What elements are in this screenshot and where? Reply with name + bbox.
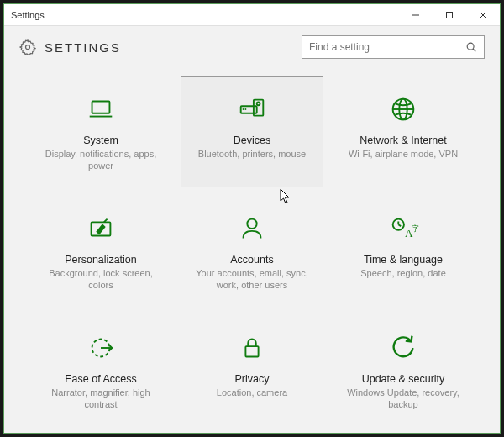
tile-subtitle: Background, lock screen, colors: [30, 267, 171, 292]
ease-of-access-icon: [84, 331, 118, 365]
tile-network[interactable]: Network & Internet Wi-Fi, airplane mode,…: [332, 76, 475, 187]
tile-subtitle: Wi-Fi, airplane mode, VPN: [339, 148, 468, 160]
refresh-icon: [386, 331, 420, 365]
content-area: System Display, notifications, apps, pow…: [4, 68, 500, 433]
globe-icon: [386, 92, 420, 126]
tile-personalization[interactable]: Personalization Background, lock screen,…: [29, 196, 172, 307]
svg-point-19: [247, 219, 256, 229]
close-button[interactable]: [466, 4, 500, 26]
svg-point-11: [257, 102, 260, 105]
header: SETTINGS: [4, 26, 500, 68]
svg-rect-1: [447, 12, 453, 18]
lock-icon: [235, 331, 269, 365]
devices-icon: [235, 92, 269, 126]
tile-title: Ease of Access: [65, 373, 136, 385]
tile-subtitle: Speech, region, date: [350, 267, 456, 279]
tile-devices[interactable]: Devices Bluetooth, printers, mouse: [181, 76, 323, 187]
tile-subtitle: Your accounts, email, sync, work, other …: [181, 267, 323, 292]
svg-rect-7: [92, 102, 110, 113]
tile-title: Update & security: [362, 373, 445, 385]
tile-title: Privacy: [235, 373, 270, 385]
settings-window: Settings SETTINGS: [3, 3, 501, 434]
tile-subtitle: Location, camera: [207, 387, 297, 398]
search-input[interactable]: [309, 41, 465, 53]
person-icon: [235, 212, 269, 245]
tile-privacy[interactable]: Privacy Location, camera: [181, 315, 323, 426]
tile-title: Network & Internet: [360, 134, 447, 146]
tile-subtitle: Display, notifications, apps, power: [30, 148, 171, 172]
paint-icon: [84, 212, 118, 245]
tile-title: Devices: [234, 134, 270, 146]
svg-line-6: [473, 49, 475, 51]
titlebar: Settings: [4, 4, 500, 26]
svg-rect-27: [245, 346, 258, 356]
tile-time-language[interactable]: A 字 Time & language Speech, region, date: [332, 196, 475, 307]
titlebar-buttons: [399, 4, 500, 26]
tile-system[interactable]: System Display, notifications, apps, pow…: [29, 76, 172, 187]
tile-title: Personalization: [65, 254, 136, 266]
search-box[interactable]: [302, 35, 485, 59]
tile-title: Time & language: [364, 254, 443, 266]
svg-line-22: [398, 224, 401, 226]
tile-title: System: [83, 134, 118, 146]
svg-point-5: [467, 43, 474, 50]
gear-icon: [19, 39, 36, 55]
tile-title: Accounts: [230, 254, 273, 266]
minimize-button[interactable]: [399, 4, 433, 26]
tile-accounts[interactable]: Accounts Your accounts, email, sync, wor…: [181, 196, 323, 307]
tile-subtitle: Bluetooth, printers, mouse: [188, 148, 316, 160]
tile-update-security[interactable]: Update & security Windows Update, recove…: [332, 315, 475, 426]
window-title: Settings: [11, 10, 399, 20]
category-grid: System Display, notifications, apps, pow…: [29, 76, 475, 426]
tile-ease-of-access[interactable]: Ease of Access Narrator, magnifier, high…: [29, 315, 172, 426]
maximize-button[interactable]: [433, 4, 466, 26]
page-title: SETTINGS: [45, 40, 302, 55]
svg-text:字: 字: [412, 224, 419, 233]
laptop-icon: [84, 92, 118, 126]
svg-point-4: [26, 45, 30, 50]
tile-subtitle: Windows Update, recovery, backup: [333, 387, 474, 411]
search-icon: [465, 41, 477, 53]
tile-subtitle: Narrator, magnifier, high contrast: [30, 387, 171, 411]
time-language-icon: A 字: [386, 212, 420, 245]
